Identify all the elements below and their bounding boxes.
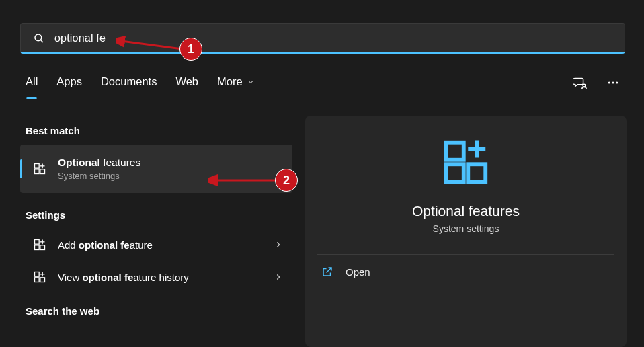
- svg-rect-8: [40, 169, 45, 174]
- open-label: Open: [346, 266, 370, 278]
- open-external-icon: [321, 266, 333, 278]
- top-right-actions: [573, 75, 620, 90]
- best-match-card[interactable]: Optional features System settings: [20, 145, 292, 193]
- more-icon[interactable]: [606, 76, 620, 89]
- tab-all[interactable]: All: [26, 75, 38, 92]
- optional-features-icon: [32, 238, 47, 252]
- svg-rect-13: [40, 245, 45, 250]
- tab-more-label: More: [217, 75, 243, 88]
- optional-features-icon: [32, 270, 47, 284]
- chevron-right-icon: [274, 272, 283, 282]
- svg-point-3: [608, 82, 610, 84]
- chevron-down-icon: [247, 78, 255, 86]
- svg-point-0: [35, 34, 42, 41]
- svg-rect-16: [35, 272, 40, 277]
- svg-line-1: [40, 40, 43, 42]
- svg-rect-21: [446, 143, 464, 160]
- svg-rect-17: [35, 278, 40, 282]
- settings-item-label: Add optional feature: [58, 239, 153, 251]
- tab-web[interactable]: Web: [175, 75, 198, 92]
- svg-point-4: [612, 82, 614, 84]
- detail-subtitle: System settings: [433, 223, 499, 234]
- chevron-right-icon: [274, 240, 283, 249]
- optional-features-icon: [32, 161, 47, 176]
- svg-point-5: [616, 82, 618, 84]
- settings-item-view-history[interactable]: View optional feature history: [20, 261, 292, 293]
- tab-apps[interactable]: Apps: [56, 75, 82, 92]
- search-input[interactable]: [54, 32, 612, 44]
- svg-rect-6: [35, 164, 40, 169]
- svg-rect-11: [35, 240, 40, 245]
- settings-item-add-optional-feature[interactable]: Add optional feature: [20, 229, 292, 261]
- best-match-subtitle: System settings: [58, 171, 140, 181]
- svg-rect-18: [40, 278, 45, 282]
- svg-rect-12: [35, 245, 40, 250]
- svg-rect-23: [468, 164, 485, 182]
- optional-features-icon: [440, 136, 492, 188]
- results-left-column: Best match Optional features System sett…: [20, 125, 292, 325]
- tab-more[interactable]: More: [217, 75, 255, 92]
- open-button[interactable]: Open: [317, 255, 614, 288]
- svg-point-2: [583, 84, 586, 87]
- svg-rect-22: [446, 164, 464, 182]
- search-bar[interactable]: [20, 23, 625, 54]
- section-settings-title: Settings: [26, 209, 292, 221]
- filter-tabs: All Apps Documents Web More: [26, 75, 255, 92]
- tab-documents[interactable]: Documents: [101, 75, 157, 92]
- svg-rect-7: [35, 169, 40, 174]
- section-best-match-title: Best match: [26, 125, 292, 137]
- detail-title: Optional features: [412, 203, 520, 219]
- chat-person-icon[interactable]: [573, 75, 588, 90]
- detail-pane: Optional features System settings Open: [305, 116, 627, 347]
- search-icon: [33, 32, 45, 44]
- best-match-title: Optional features: [58, 157, 140, 169]
- section-search-web-title: Search the web: [26, 305, 292, 317]
- settings-item-label: View optional feature history: [58, 272, 189, 283]
